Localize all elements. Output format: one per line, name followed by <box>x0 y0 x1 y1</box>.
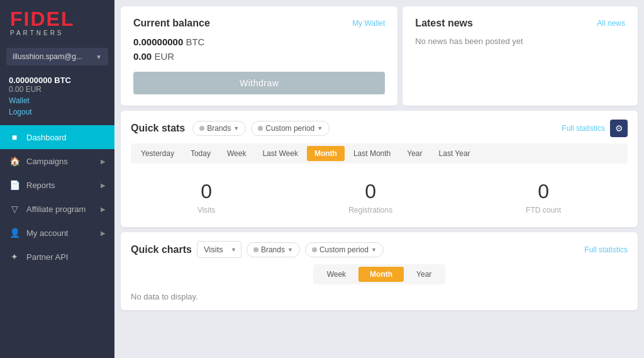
no-news-text: No news has been posted yet <box>415 36 625 46</box>
sidebar: FIDEL PARTNERS illusshion.spam@g... ▼ 0.… <box>0 0 114 358</box>
sidebar-item-label: Affiliate program <box>26 204 86 214</box>
stats-tab-last-week[interactable]: Last Week <box>255 146 305 161</box>
account-icon: 👤 <box>9 228 20 238</box>
eur-balance: 0.00 EUR <box>133 51 385 62</box>
balance-card-header: Current balance My Wallet <box>133 18 385 29</box>
period-arrow-icon: ▼ <box>317 125 323 131</box>
full-statistics-link[interactable]: Full statistics <box>562 124 605 133</box>
nav-arrow-icon: ▶ <box>101 206 106 213</box>
stat-registrations: 0 Registrations <box>348 180 392 215</box>
sidebar-item-dashboard[interactable]: ■ Dashboard <box>0 125 114 149</box>
sidebar-item-account[interactable]: 👤 My account ▶ <box>0 221 114 245</box>
chart-tab-month[interactable]: Month <box>358 267 404 282</box>
btc-value: 0.00000000 <box>133 36 183 47</box>
news-card-title: Latest news <box>415 18 473 29</box>
sidebar-item-campaigns[interactable]: 🏠 Campaigns ▶ <box>0 149 114 173</box>
quick-charts-card: Quick charts Visits Brands ▼ Custom peri… <box>121 232 638 310</box>
sidebar-item-label: Partner API <box>26 252 68 262</box>
nav-arrow-icon: ▶ <box>101 158 106 165</box>
sidebar-item-label: My account <box>26 228 68 238</box>
gear-button[interactable]: ⚙ <box>610 120 628 137</box>
wallet-link[interactable]: Wallet <box>9 96 106 105</box>
eur-currency: EUR <box>154 51 174 62</box>
brands-arrow-icon: ▼ <box>233 125 239 131</box>
balance-card-title: Current balance <box>133 18 210 29</box>
stats-title: Quick stats <box>131 123 185 134</box>
visits-dropdown[interactable]: Visits <box>197 241 242 258</box>
chart-period-tabs: WeekMonthYear <box>313 264 446 284</box>
stat-label-registrations: Registrations <box>348 206 392 215</box>
stats-tab-week[interactable]: Week <box>219 146 253 161</box>
logo-subtitle: PARTNERS <box>10 30 104 36</box>
stat-visits: 0 Visits <box>197 180 215 215</box>
stats-tab-last-month[interactable]: Last Month <box>346 146 398 161</box>
nav-arrow-icon: ▶ <box>101 230 106 237</box>
charts-brands-dropdown[interactable]: Brands ▼ <box>247 242 300 257</box>
charts-full-statistics-link[interactable]: Full statistics <box>584 245 628 254</box>
brands-dropdown[interactable]: Brands ▼ <box>192 121 246 136</box>
charts-period-dropdown[interactable]: Custom period ▼ <box>305 242 384 257</box>
charts-period-arrow-icon: ▼ <box>371 247 377 253</box>
stats-tab-month[interactable]: Month <box>307 146 345 161</box>
charts-title: Quick charts <box>131 244 192 255</box>
sidebar-btc-balance: 0.00000000 BTC <box>9 76 106 85</box>
stats-tab-yesterday[interactable]: Yesterday <box>133 146 182 161</box>
logo-area: FIDEL PARTNERS <box>0 0 114 43</box>
charts-brands-label: Brands <box>261 245 285 254</box>
period-dot-icon <box>258 126 263 131</box>
sidebar-item-label: Reports <box>26 181 55 190</box>
gear-icon: ⚙ <box>615 123 623 133</box>
btc-currency: BTC <box>186 36 204 47</box>
logo: FIDEL <box>10 9 104 29</box>
stat-ftd: 0 FTD count <box>526 180 561 215</box>
charts-brands-dot-icon <box>253 247 258 252</box>
all-news-link[interactable]: All news <box>597 19 625 28</box>
user-dropdown[interactable]: illusshion.spam@g... ▼ <box>6 48 108 65</box>
stats-header: Quick stats Brands ▼ Custom period ▼ Ful… <box>131 120 628 137</box>
visits-select-wrap: Visits <box>197 241 242 258</box>
top-row: Current balance My Wallet 0.00000000 BTC… <box>121 6 638 106</box>
dropdown-arrow-icon: ▼ <box>96 53 102 60</box>
stats-tab-today[interactable]: Today <box>183 146 218 161</box>
sidebar-item-partner[interactable]: ✦ Partner API <box>0 245 114 269</box>
eur-value: 0.00 <box>133 51 152 62</box>
stat-value-registrations: 0 <box>348 180 392 203</box>
sidebar-item-reports[interactable]: 📄 Reports ▶ <box>0 173 114 197</box>
sidebar-item-label: Campaigns <box>26 157 68 166</box>
stats-tab-year[interactable]: Year <box>399 146 430 161</box>
stat-value-visits: 0 <box>197 180 215 203</box>
period-tabs: YesterdayTodayWeekLast WeekMonthLast Mon… <box>131 143 628 164</box>
sidebar-item-label: Dashboard <box>26 133 67 142</box>
reports-icon: 📄 <box>9 180 20 190</box>
chart-tab-year[interactable]: Year <box>405 267 443 282</box>
balance-area: 0.00000000 BTC 0.00 EUR Wallet Logout <box>0 70 114 119</box>
sidebar-eur-balance: 0.00 EUR <box>9 85 106 94</box>
campaigns-icon: 🏠 <box>9 156 20 166</box>
charts-period-dot-icon <box>312 247 317 252</box>
dashboard-icon: ■ <box>9 132 20 142</box>
stat-label-ftd: FTD count <box>526 206 561 215</box>
quick-stats-card: Quick stats Brands ▼ Custom period ▼ Ful… <box>121 111 638 227</box>
news-card-header: Latest news All news <box>415 18 625 29</box>
main-content: Current balance My Wallet 0.00000000 BTC… <box>114 0 644 358</box>
affiliate-icon: ▽ <box>9 204 20 214</box>
charts-header: Quick charts Visits Brands ▼ Custom peri… <box>131 241 628 258</box>
btc-balance: 0.00000000 BTC <box>133 36 385 47</box>
stats-numbers: 0 Visits 0 Registrations 0 FTD count <box>131 174 628 218</box>
nav-arrow-icon: ▶ <box>101 182 106 189</box>
brands-dot-icon <box>199 126 204 131</box>
stats-tab-last-year[interactable]: Last Year <box>431 146 478 161</box>
partner-icon: ✦ <box>9 252 20 262</box>
charts-brands-arrow-icon: ▼ <box>287 247 293 253</box>
my-wallet-link[interactable]: My Wallet <box>352 19 385 28</box>
chart-tab-week[interactable]: Week <box>316 267 357 282</box>
custom-period-dropdown[interactable]: Custom period ▼ <box>251 121 330 136</box>
charts-custom-period-label: Custom period <box>319 245 369 254</box>
no-chart-data-text: No data to display. <box>131 292 628 301</box>
sidebar-item-affiliate[interactable]: ▽ Affiliate program ▶ <box>0 197 114 221</box>
withdraw-button[interactable]: Withdraw <box>133 72 385 94</box>
logout-link[interactable]: Logout <box>9 108 106 116</box>
stat-value-ftd: 0 <box>526 180 561 203</box>
latest-news-card: Latest news All news No news has been po… <box>402 6 638 106</box>
current-balance-card: Current balance My Wallet 0.00000000 BTC… <box>121 6 397 106</box>
